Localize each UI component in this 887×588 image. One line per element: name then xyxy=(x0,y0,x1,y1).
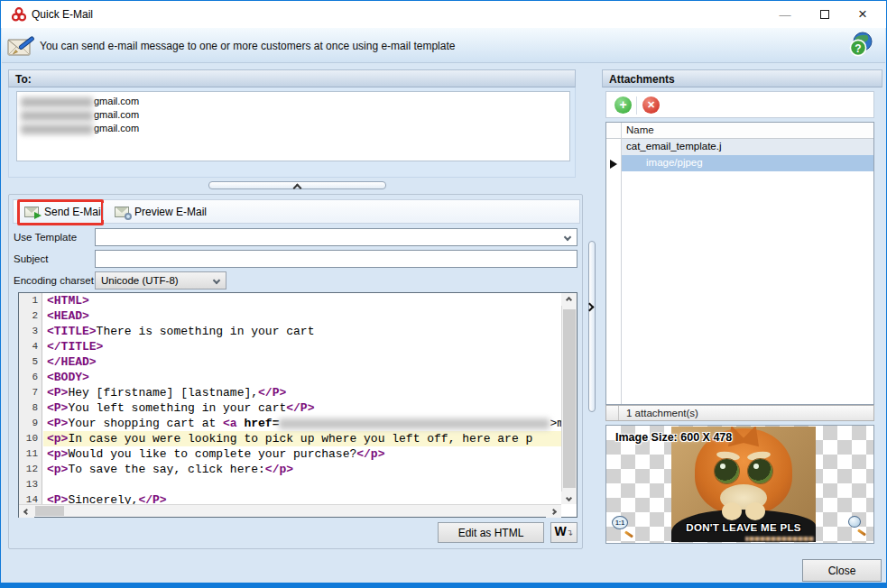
code-line[interactable]: </TITLE> xyxy=(43,339,561,354)
vertical-scroll-thumb[interactable] xyxy=(563,309,576,488)
editor-code[interactable]: <HTML><HEAD><TITLE>There is something in… xyxy=(43,293,561,504)
cat-eye xyxy=(748,459,772,483)
email-domain: gmail.com xyxy=(94,109,139,120)
scroll-up-icon[interactable] xyxy=(561,293,577,306)
line-number: 10 xyxy=(19,431,42,446)
attachment-row[interactable]: image/pjpeg xyxy=(606,155,873,171)
title-bar[interactable]: Quick E-Mail — × xyxy=(1,1,886,28)
recipient-item[interactable]: gmail.com xyxy=(21,122,566,135)
panel-splitter-handle[interactable] xyxy=(588,241,596,412)
subject-input[interactable] xyxy=(95,250,577,268)
line-number: 8 xyxy=(19,400,42,416)
encoding-combobox[interactable]: Unicode (UTF-8) xyxy=(95,271,226,289)
cat-eye xyxy=(715,459,739,483)
code-line[interactable]: <HTML> xyxy=(43,293,561,308)
line-number: 6 xyxy=(19,370,42,385)
maximize-icon xyxy=(820,10,829,19)
close-button-label: Close xyxy=(828,565,856,577)
code-line[interactable]: <p>Would you like to complete your purch… xyxy=(43,446,561,462)
recipient-item[interactable]: gmail.com xyxy=(21,95,566,108)
code-segment-redacted xyxy=(279,418,550,429)
code-segment-text: Would you like to complete your purchase… xyxy=(68,447,356,461)
code-line[interactable]: <TITLE>There is something in your cart xyxy=(43,324,561,339)
spell-check-icon: W xyxy=(555,524,567,538)
close-window-button[interactable]: × xyxy=(843,1,882,28)
html-body-editor[interactable]: 1234567891011121314 <HTML><HEAD><TITLE>T… xyxy=(18,292,577,518)
close-button[interactable]: Close xyxy=(802,559,882,582)
zoom-actual-size-icon[interactable]: 1:1 xyxy=(612,516,633,536)
email-toolbar: Send E-Mail Preview E-Mail xyxy=(13,199,580,224)
code-segment-tag: </TITLE> xyxy=(47,340,103,354)
code-segment-tag: </P> xyxy=(286,401,314,415)
preview-email-button[interactable]: Preview E-Mail xyxy=(107,201,214,222)
send-email-button[interactable]: Send E-Mail xyxy=(17,201,110,222)
one-to-one-label: 1:1 xyxy=(612,516,628,529)
use-template-label: Use Template xyxy=(14,232,77,243)
add-attachment-button[interactable]: + xyxy=(614,96,632,114)
editor-horizontal-scrollbar[interactable] xyxy=(19,504,561,517)
window-title: Quick E-Mail xyxy=(32,8,93,21)
help-icon[interactable]: ? xyxy=(847,31,874,58)
attachment-rows: cat_email_template.jimage/pjpeg xyxy=(606,139,873,171)
toolbar-separator xyxy=(103,203,104,220)
edit-as-html-button[interactable]: Edit as HTML xyxy=(438,522,544,543)
use-template-combobox[interactable] xyxy=(95,228,577,246)
magnifier-icon[interactable] xyxy=(846,516,866,534)
code-line[interactable]: <BODY> xyxy=(43,370,561,385)
code-segment-tag: <p> xyxy=(47,463,68,476)
recipient-list[interactable]: gmail.comgmail.comgmail.com xyxy=(16,91,570,161)
minimize-button[interactable]: — xyxy=(765,1,805,28)
attachments-panel: Attachments + ✕ Name cat_email_template.… xyxy=(602,69,882,555)
current-row-marker-icon xyxy=(610,160,617,169)
to-section-header: To: xyxy=(8,69,576,87)
code-line[interactable]: <P>Hey [firstname] [lastname],</P> xyxy=(43,385,561,400)
to-section-body: gmail.comgmail.comgmail.com xyxy=(8,87,576,178)
code-line[interactable]: </HEAD> xyxy=(43,354,561,370)
chevron-down-icon xyxy=(213,277,220,284)
name-column-header[interactable]: Name xyxy=(606,123,873,139)
attachments-table[interactable]: Name cat_email_template.jimage/pjpeg xyxy=(605,122,874,405)
horizontal-scroll-thumb[interactable] xyxy=(35,506,64,516)
recipient-item[interactable]: gmail.com xyxy=(21,108,566,122)
scroll-right-icon[interactable] xyxy=(546,505,561,518)
code-line[interactable]: <P>You left something in your cart</P> xyxy=(43,400,561,416)
minimize-icon: — xyxy=(780,8,791,22)
code-segment-tag: </P> xyxy=(258,386,286,400)
code-segment-text: >mar xyxy=(550,417,561,430)
scroll-down-icon[interactable] xyxy=(561,492,577,504)
code-line[interactable]: <P>Your shopping cart at <a href=>mar xyxy=(43,416,561,431)
code-line[interactable] xyxy=(43,477,561,492)
code-line[interactable]: <HEAD> xyxy=(43,308,561,324)
send-email-icon xyxy=(24,207,39,217)
code-line[interactable]: <P>Sincerely,</P> xyxy=(43,492,561,504)
code-segment-text: You left something in your cart xyxy=(68,401,286,415)
preview-email-icon xyxy=(115,207,129,217)
preview-email-label: Preview E-Mail xyxy=(134,206,207,218)
app-icon xyxy=(12,7,26,22)
code-segment-text: To save the say, click here: xyxy=(68,463,264,476)
scroll-left-icon[interactable] xyxy=(19,505,34,518)
code-line[interactable]: <p>To save the say, click here:</p> xyxy=(43,462,561,477)
line-number: 3 xyxy=(19,324,42,339)
code-line[interactable]: <p>In case you were looking to pick up w… xyxy=(43,431,561,446)
editor-vertical-scrollbar[interactable] xyxy=(561,293,577,504)
code-segment-tag: <P> xyxy=(47,493,68,504)
spell-check-button[interactable]: W↴ xyxy=(550,522,577,543)
edit-as-html-label: Edit as HTML xyxy=(458,527,524,539)
code-segment-text: In case you were looking to pick up wher… xyxy=(68,432,532,446)
dialog-header: You can send e-mail message to one or mo… xyxy=(2,28,885,63)
attachment-preview[interactable]: Image Size: 600 X 478 DON'T LEAVE ME PLS… xyxy=(605,425,874,544)
maximize-button[interactable] xyxy=(805,1,845,28)
remove-attachment-button[interactable]: ✕ xyxy=(642,96,660,114)
to-splitter-handle[interactable] xyxy=(208,181,386,189)
toolbar-separator xyxy=(636,96,637,115)
attachments-title: Attachments xyxy=(609,73,675,86)
attachment-row[interactable]: cat_email_template.j xyxy=(606,139,873,155)
attachments-toolbar: + ✕ xyxy=(605,91,874,118)
x-icon: ✕ xyxy=(647,99,655,110)
code-segment-tag: <BODY> xyxy=(47,371,89,384)
attachments-header: Attachments xyxy=(602,69,882,87)
code-segment-tag: </P> xyxy=(138,493,166,504)
row-gutter-divider xyxy=(621,123,622,404)
line-number: 5 xyxy=(19,354,42,370)
